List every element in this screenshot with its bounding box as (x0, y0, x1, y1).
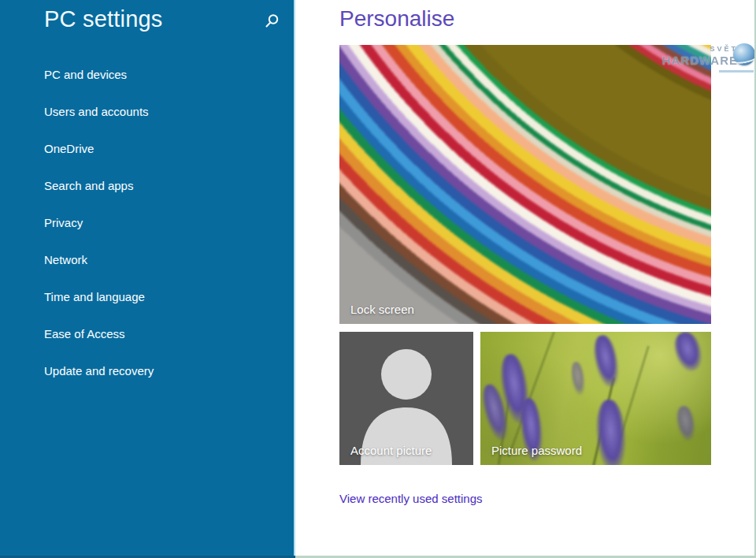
sidebar: PC settings PC and devices Users and acc… (0, 0, 295, 558)
lock-screen-image (339, 45, 711, 324)
picture-password-tile[interactable]: Picture password (480, 332, 711, 465)
content-area: Personalise Lock screen Account picture (297, 0, 756, 558)
lavender-flower (671, 332, 706, 374)
sidebar-item-privacy[interactable]: Privacy (0, 204, 292, 241)
lavender-flower (595, 399, 628, 465)
account-picture-label: Account picture (350, 444, 432, 457)
globe-icon (733, 43, 755, 65)
sidebar-item-users-and-accounts[interactable]: Users and accounts (0, 93, 292, 130)
watermark-text: SVĚT HARDWARE (662, 46, 738, 66)
search-icon (262, 12, 281, 31)
sidebar-item-pc-and-devices[interactable]: PC and devices (0, 56, 292, 93)
view-recently-used-settings-link[interactable]: View recently used settings (339, 492, 483, 505)
search-button[interactable] (262, 11, 283, 32)
watermark-line2: HARDWARE (662, 54, 738, 66)
watermark-line1: SVĚT (662, 46, 738, 53)
lavender-flower (674, 404, 697, 441)
page-title: Personalise (339, 6, 454, 32)
account-picture-tile[interactable]: Account picture (339, 332, 473, 465)
lock-screen-tile[interactable]: Lock screen (339, 45, 711, 324)
sidebar-item-time-and-language[interactable]: Time and language (0, 278, 292, 315)
sidebar-item-ease-of-access[interactable]: Ease of Access (0, 315, 292, 352)
watermark-tagline (719, 70, 754, 73)
watermark: SVĚT HARDWARE (669, 43, 755, 81)
lavender-flower (591, 333, 622, 389)
sidebar-item-network[interactable]: Network (0, 241, 292, 278)
lavender-flower (569, 361, 587, 396)
lock-screen-label: Lock screen (350, 303, 414, 316)
sidebar-item-update-and-recovery[interactable]: Update and recovery (0, 352, 292, 389)
sidebar-item-search-and-apps[interactable]: Search and apps (0, 167, 292, 204)
picture-password-label: Picture password (491, 444, 582, 457)
sidebar-item-onedrive[interactable]: OneDrive (0, 130, 292, 167)
app-title: PC settings (44, 6, 163, 32)
